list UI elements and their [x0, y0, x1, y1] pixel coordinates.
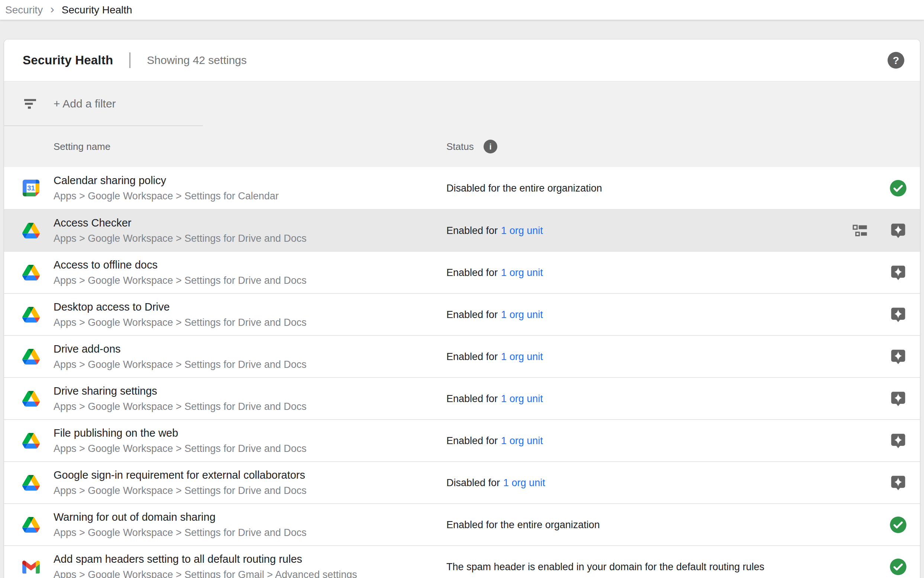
status-ok-icon	[890, 179, 907, 197]
table-row[interactable]: Access Checker Apps > Google Workspace >…	[4, 209, 920, 251]
setting-status: The spam header is enabled in your domai…	[447, 561, 765, 572]
breadcrumb-current: Security Health	[62, 4, 132, 16]
table-row[interactable]: Warning for out of domain sharing Apps >…	[4, 503, 920, 545]
column-setting-name: Setting name	[53, 141, 110, 153]
status-text: Enabled for the entire organization	[447, 519, 600, 530]
security-health-card: Security Health Showing 42 settings ? + …	[4, 39, 920, 578]
setting-text: Warning for out of domain sharing Apps >…	[53, 511, 307, 539]
status-text: The spam header is enabled in your domai…	[447, 561, 765, 572]
google-drive-icon	[22, 516, 40, 534]
filter-icon	[23, 96, 37, 111]
setting-name: Add spam headers setting to all default …	[53, 553, 357, 565]
setting-path: Apps > Google Workspace > Settings for D…	[53, 527, 307, 539]
google-drive-icon	[22, 222, 40, 240]
table-row[interactable]: Drive sharing settings Apps > Google Wor…	[4, 377, 920, 419]
setting-status: Enabled for 1 org unit	[447, 351, 543, 362]
table-header: Setting name Status i	[4, 126, 920, 167]
setting-name: Drive sharing settings	[53, 385, 307, 397]
filter-and-header-section: + Add a filter Setting name Status i	[4, 81, 920, 167]
add-filter-button[interactable]: + Add a filter	[53, 97, 116, 110]
gmail-icon	[22, 558, 40, 576]
setting-text: Drive sharing settings Apps > Google Wor…	[53, 385, 307, 412]
page-title: Security Health	[23, 53, 113, 67]
status-text: Enabled for	[447, 435, 498, 446]
org-unit-link[interactable]: 1 org unit	[501, 435, 543, 446]
status-text: Enabled for	[447, 267, 498, 278]
recommendation-icon[interactable]	[890, 222, 907, 239]
status-info-icon[interactable]: i	[484, 140, 497, 154]
org-units-icon	[852, 222, 869, 239]
setting-name: File publishing on the web	[53, 427, 307, 439]
recommendation-icon[interactable]	[890, 432, 907, 449]
status-text: Enabled for	[447, 393, 498, 404]
setting-path: Apps > Google Workspace > Settings for C…	[53, 190, 279, 202]
google-drive-icon	[22, 348, 40, 365]
status-text: Disabled for	[447, 477, 500, 489]
google-drive-icon	[22, 474, 40, 492]
setting-text: Access Checker Apps > Google Workspace >…	[53, 217, 307, 244]
setting-name: Warning for out of domain sharing	[53, 511, 307, 523]
settings-count: Showing 42 settings	[147, 54, 247, 67]
org-unit-link[interactable]: 1 org unit	[501, 393, 543, 404]
table-row[interactable]: File publishing on the web Apps > Google…	[4, 419, 920, 461]
setting-text: Google sign-in requirement for external …	[53, 469, 307, 497]
table-row[interactable]: Drive add-ons Apps > Google Workspace > …	[4, 335, 920, 377]
status-ok-icon	[890, 558, 907, 575]
breadcrumb-parent-link[interactable]: Security	[5, 4, 43, 16]
setting-status: Enabled for the entire organization	[447, 519, 600, 530]
svg-text:31: 31	[27, 184, 35, 192]
setting-text: File publishing on the web Apps > Google…	[53, 427, 307, 455]
setting-text: Drive add-ons Apps > Google Workspace > …	[53, 343, 307, 370]
google-calendar-icon: 31	[22, 179, 40, 197]
breadcrumb: Security › Security Health	[0, 0, 924, 20]
setting-path: Apps > Google Workspace > Settings for D…	[53, 485, 307, 497]
setting-path: Apps > Google Workspace > Settings for D…	[53, 317, 307, 328]
org-unit-link[interactable]: 1 org unit	[501, 309, 543, 320]
table-row[interactable]: Add spam headers setting to all default …	[4, 545, 920, 578]
google-drive-icon	[22, 432, 40, 450]
setting-status: Disabled for 1 org unit	[447, 477, 545, 489]
google-drive-icon	[22, 264, 40, 282]
breadcrumb-chevron-icon: ›	[50, 3, 54, 17]
org-unit-link[interactable]: 1 org unit	[503, 477, 545, 489]
recommendation-icon[interactable]	[890, 264, 907, 281]
setting-text: Desktop access to Drive Apps > Google Wo…	[53, 301, 307, 328]
title-divider	[129, 52, 131, 68]
setting-name: Access Checker	[53, 217, 307, 229]
column-status: Status	[447, 141, 474, 153]
setting-path: Apps > Google Workspace > Settings for D…	[53, 359, 307, 370]
recommendation-icon[interactable]	[890, 390, 907, 407]
setting-status: Enabled for 1 org unit	[447, 309, 543, 320]
setting-name: Drive add-ons	[53, 343, 307, 355]
status-text: Enabled for	[447, 225, 498, 236]
status-ok-icon	[890, 516, 907, 533]
setting-path: Apps > Google Workspace > Settings for D…	[53, 443, 307, 455]
setting-text: Access to offline docs Apps > Google Wor…	[53, 259, 307, 286]
org-unit-link[interactable]: 1 org unit	[501, 267, 543, 278]
recommendation-icon[interactable]	[890, 348, 907, 365]
google-drive-icon	[22, 390, 40, 408]
table-row[interactable]: Access to offline docs Apps > Google Wor…	[4, 251, 920, 293]
card-header: Security Health Showing 42 settings ?	[4, 39, 920, 81]
setting-path: Apps > Google Workspace > Settings for D…	[53, 233, 307, 244]
table-row[interactable]: Google sign-in requirement for external …	[4, 461, 920, 503]
org-unit-link[interactable]: 1 org unit	[501, 351, 543, 362]
setting-path: Apps > Google Workspace > Settings for D…	[53, 275, 307, 286]
table-row[interactable]: 31 Calendar sharing policy Apps > Google…	[4, 167, 920, 209]
status-text: Enabled for	[447, 351, 498, 362]
setting-status: Enabled for 1 org unit	[447, 225, 543, 236]
google-drive-icon	[22, 306, 40, 323]
setting-text: Add spam headers setting to all default …	[53, 553, 357, 578]
setting-status: Enabled for 1 org unit	[447, 435, 543, 446]
setting-path: Apps > Google Workspace > Settings for G…	[53, 569, 357, 578]
setting-status: Enabled for 1 org unit	[447, 393, 543, 404]
setting-status: Enabled for 1 org unit	[447, 267, 543, 278]
org-unit-link[interactable]: 1 org unit	[501, 225, 543, 236]
help-icon[interactable]: ?	[888, 52, 904, 69]
recommendation-icon[interactable]	[890, 306, 907, 323]
setting-text: Calendar sharing policy Apps > Google Wo…	[53, 174, 279, 202]
table-row[interactable]: Desktop access to Drive Apps > Google Wo…	[4, 293, 920, 335]
setting-name: Desktop access to Drive	[53, 301, 307, 313]
recommendation-icon[interactable]	[890, 474, 907, 491]
setting-path: Apps > Google Workspace > Settings for D…	[53, 401, 307, 412]
